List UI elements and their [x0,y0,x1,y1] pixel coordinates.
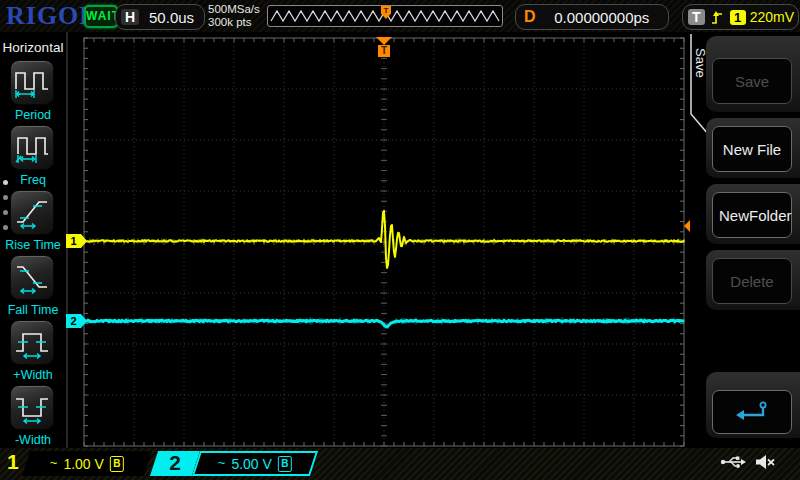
channel-2-ground-marker: 2 [66,314,87,328]
channel-2-scale: 5.00 V [232,456,272,472]
channel-1-status[interactable]: ~ 1.00 V B [22,451,152,476]
channel-2-marker-tip [81,314,87,328]
speaker-muted-icon [755,454,776,470]
channel-1-coupling-icon: ~ [50,454,58,469]
right-soft-menu: Save Save New File NewFolder Delete [690,32,800,448]
channel-1-ground-marker: 1 [66,234,87,248]
save-button[interactable]: Save [712,58,792,104]
oscilloscope-screen: RIGOL WAIT H 50.0us 500MSa/s 300k pts T … [0,0,800,480]
scope-display [0,0,800,480]
new-file-button[interactable]: New File [712,126,792,172]
channel-1-marker-tip [81,234,87,248]
return-button[interactable] [712,390,792,434]
trigger-position-arrow [376,37,392,45]
usb-icon [720,454,747,470]
bottom-status-bar: 1 ~ 1.00 V B 2 ~ 5.00 V B [0,448,800,480]
delete-button[interactable]: Delete [712,258,792,304]
channel-2-bw-limit-icon: B [278,456,292,472]
channel-1-scale: 1.00 V [64,456,104,472]
new-folder-button[interactable]: NewFolder [712,192,792,238]
channel-1-number[interactable]: 1 [7,450,19,474]
trigger-position-marker: T [376,37,392,57]
channel-2-coupling-icon: ~ [218,454,226,469]
channel-2-status[interactable]: ~ 5.00 V B [192,451,318,476]
channel-1-bw-limit-icon: B [110,456,124,472]
return-arrow-icon [734,401,770,421]
